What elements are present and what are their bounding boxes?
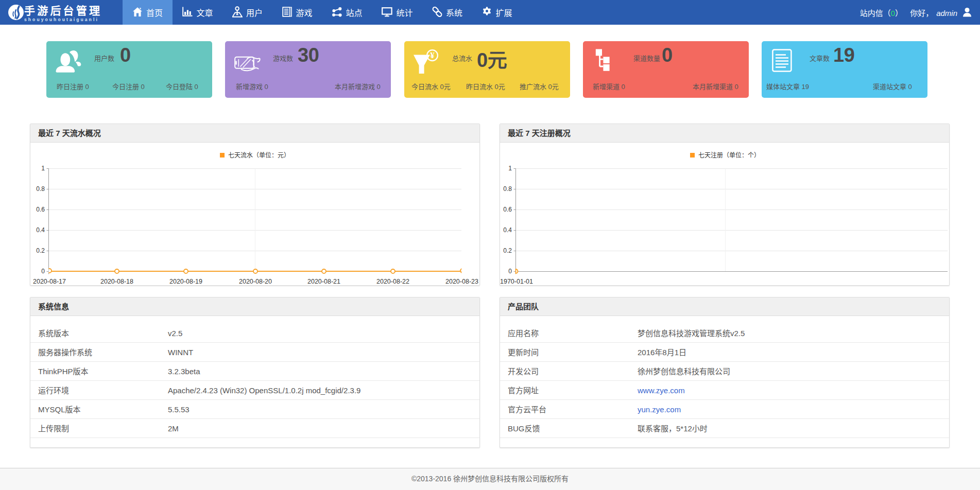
svg-text:0.4: 0.4: [503, 226, 512, 234]
svg-text:0.2: 0.2: [503, 247, 512, 254]
svg-text:¥: ¥: [430, 50, 435, 60]
svg-text:2020-08-17: 2020-08-17: [33, 278, 66, 285]
svg-text:0: 0: [508, 268, 512, 275]
svg-text:0: 0: [41, 268, 45, 275]
svg-text:2020-08-19: 2020-08-19: [169, 278, 202, 285]
svg-text:0.6: 0.6: [36, 206, 45, 213]
svg-text:0.8: 0.8: [36, 185, 45, 192]
svg-text:2020-08-23: 2020-08-23: [445, 278, 478, 285]
svg-text:0.2: 0.2: [36, 247, 45, 254]
svg-text:0.4: 0.4: [36, 226, 45, 234]
svg-text:2020-08-18: 2020-08-18: [100, 278, 133, 285]
svg-text:七天流水（单位：元）: 七天流水（单位：元）: [228, 151, 290, 159]
svg-text:2020-08-21: 2020-08-21: [307, 278, 340, 285]
svg-text:2020-08-20: 2020-08-20: [239, 278, 272, 285]
svg-text:1970-01-01: 1970-01-01: [500, 278, 533, 285]
svg-text:0.6: 0.6: [503, 206, 512, 213]
svg-text:1: 1: [41, 165, 45, 172]
svg-text:0.8: 0.8: [503, 185, 512, 192]
svg-text:1: 1: [508, 165, 512, 172]
svg-text:2020-08-22: 2020-08-22: [376, 278, 409, 285]
svg-text:七天注册（单位：个）: 七天注册（单位：个）: [698, 151, 760, 159]
